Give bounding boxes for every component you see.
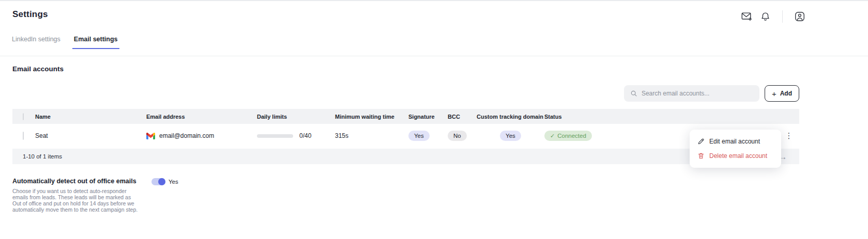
tab-email-settings[interactable]: Email settings <box>72 35 119 49</box>
edit-icon <box>697 138 705 145</box>
gmail-icon <box>146 133 155 139</box>
row-cell-email: email@domain.com <box>146 132 257 139</box>
section-title: Email accounts <box>12 65 799 73</box>
bell-icon[interactable] <box>759 11 771 22</box>
toolbar: + Add <box>12 85 799 102</box>
table-row: Seat email@domain.com <box>12 124 799 148</box>
row-cell-min-waiting: 315s <box>335 132 408 139</box>
bcc-badge: No <box>448 131 467 141</box>
delete-menu-label: Delete email account <box>709 152 767 160</box>
edit-menu-label: Edit email account <box>709 138 760 145</box>
email-accounts-table: Name Email address Daily limits Minimum … <box>12 109 799 164</box>
email-address: email@domain.com <box>159 132 214 139</box>
row-cell-custom-tracking: Yes <box>477 131 544 141</box>
header-cell-name: Name <box>35 114 146 120</box>
header-cell-min-waiting: Minimum waiting time <box>335 114 408 120</box>
table-header-row: Name Email address Daily limits Minimum … <box>12 109 799 124</box>
tab-linkedin-settings[interactable]: LinkedIn settings <box>10 35 62 49</box>
trash-icon <box>697 152 705 160</box>
row-cell-daily-limits: 0/40 <box>257 132 335 139</box>
row-cell-name: Seat <box>35 132 146 139</box>
out-of-office-toggle-group: Yes <box>151 178 178 185</box>
out-of-office-description: Choose if you want us to detect auto-res… <box>12 188 139 213</box>
add-email-account-button[interactable]: + Add <box>765 85 799 102</box>
topbar-divider <box>782 10 783 23</box>
mail-plus-icon[interactable] <box>741 11 752 22</box>
settings-page: Settings <box>0 1 868 239</box>
settings-tabs: LinkedIn settings Email settings <box>0 35 868 49</box>
out-of-office-setting: Automatically detect out of office email… <box>12 178 799 213</box>
toggle-label: Yes <box>169 179 178 185</box>
row-cell-checkbox <box>12 132 35 139</box>
header-cell-checkbox <box>12 114 35 120</box>
toggle-knob <box>158 178 165 185</box>
header-cell-signature: Signature <box>408 114 448 120</box>
daily-limit-value: 0/40 <box>299 132 311 139</box>
custom-tracking-badge: Yes <box>500 131 521 141</box>
header-cell-daily-limits: Daily limits <box>257 114 335 120</box>
page-title: Settings <box>12 9 48 20</box>
header-cell-bcc: BCC <box>448 114 477 120</box>
check-icon: ✓ <box>550 133 555 139</box>
status-badge: ✓Connected <box>544 131 592 141</box>
header-cell-status: Status <box>544 114 779 120</box>
search-email-accounts-input[interactable] <box>642 90 753 97</box>
out-of-office-text: Automatically detect out of office email… <box>12 178 151 213</box>
row-checkbox[interactable] <box>23 132 24 140</box>
menu-item-delete-email-account[interactable]: Delete email account <box>690 149 781 163</box>
row-cell-signature: Yes <box>408 131 448 141</box>
out-of-office-toggle[interactable] <box>151 178 165 185</box>
plus-icon: + <box>772 90 776 98</box>
topbar-icons <box>741 10 805 23</box>
search-box <box>624 85 759 102</box>
header-cell-email: Email address <box>146 114 257 120</box>
row-cell-bcc: No <box>448 131 477 141</box>
header-cell-custom-tracking: Custom tracking domain <box>477 114 544 120</box>
pagination-summary: 1-10 of 1 items <box>23 153 62 160</box>
topbar: Settings <box>0 1 868 23</box>
header-divider <box>0 56 868 56</box>
signature-badge: Yes <box>408 131 430 141</box>
table-footer: 1-10 of 1 items → <box>12 149 799 164</box>
add-button-label: Add <box>780 90 792 97</box>
daily-limit-progressbar <box>257 134 293 138</box>
search-icon <box>630 90 637 97</box>
user-icon[interactable] <box>794 11 805 22</box>
row-actions-menu: Edit email account Delete email account <box>690 130 781 168</box>
select-all-checkbox[interactable] <box>23 113 24 120</box>
row-actions-kebab-icon[interactable]: ⋮ <box>782 130 796 141</box>
menu-item-edit-email-account[interactable]: Edit email account <box>690 134 781 149</box>
out-of-office-title: Automatically detect out of office email… <box>12 178 151 185</box>
